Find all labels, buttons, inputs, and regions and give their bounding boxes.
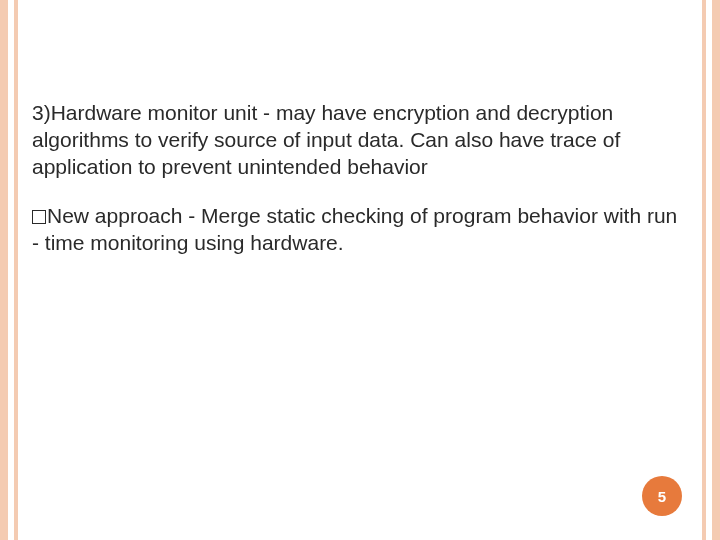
placeholder-glyph-icon xyxy=(32,210,46,224)
accent-stripe-left-outer xyxy=(0,0,8,540)
accent-stripe-right-inner xyxy=(702,0,706,540)
accent-stripe-right-outer xyxy=(712,0,720,540)
page-number-badge: 5 xyxy=(642,476,682,516)
page-number: 5 xyxy=(658,488,666,505)
slide-body: 3)Hardware monitor unit - may have encry… xyxy=(32,100,680,278)
body-paragraph-1: 3)Hardware monitor unit - may have encry… xyxy=(32,100,680,181)
slide: 3)Hardware monitor unit - may have encry… xyxy=(0,0,720,540)
accent-stripe-left-inner xyxy=(14,0,18,540)
body-paragraph-2-text: New approach - Merge static checking of … xyxy=(32,204,677,254)
body-paragraph-2: New approach - Merge static checking of … xyxy=(32,203,680,257)
